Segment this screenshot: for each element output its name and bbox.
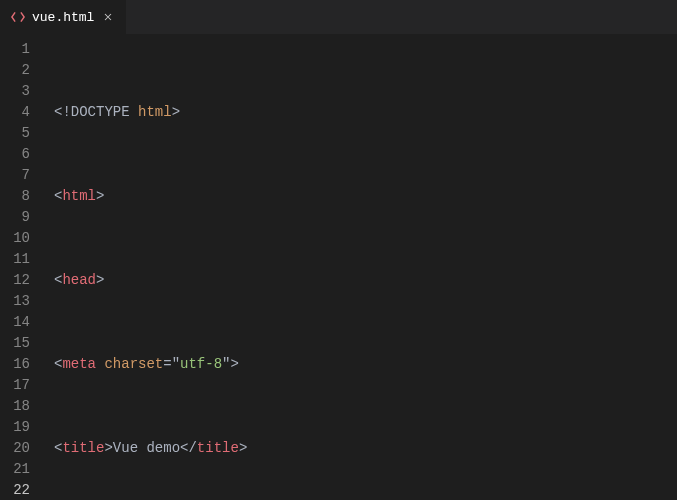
editor[interactable]: 1 2 3 4 5 6 7 8 9 10 11 12 13 14 15 16 1… <box>0 35 677 500</box>
tab-vue-html[interactable]: vue.html <box>0 0 126 34</box>
line-number: 8 <box>0 186 30 207</box>
line-number: 10 <box>0 228 30 249</box>
line-number: 17 <box>0 375 30 396</box>
line-number: 12 <box>0 270 30 291</box>
line-number: 18 <box>0 396 30 417</box>
line-number: 15 <box>0 333 30 354</box>
line-number: 9 <box>0 207 30 228</box>
line-number: 11 <box>0 249 30 270</box>
tab-filename: vue.html <box>32 10 94 25</box>
line-number: 19 <box>0 417 30 438</box>
code-line[interactable]: <head> <box>54 270 677 291</box>
code-file-icon <box>10 9 26 25</box>
code-line[interactable]: <meta charset="utf-8"> <box>54 354 677 375</box>
line-number: 20 <box>0 438 30 459</box>
line-number: 14 <box>0 312 30 333</box>
line-number: 7 <box>0 165 30 186</box>
line-number: 22 <box>0 480 30 500</box>
code-line[interactable]: <title>Vue demo</title> <box>54 438 677 459</box>
line-number: 3 <box>0 81 30 102</box>
line-number: 13 <box>0 291 30 312</box>
code-area[interactable]: <!DOCTYPE html> <html> <head> <meta char… <box>48 39 677 500</box>
line-number: 1 <box>0 39 30 60</box>
tab-bar: vue.html <box>0 0 677 35</box>
line-number: 2 <box>0 60 30 81</box>
code-line[interactable]: <html> <box>54 186 677 207</box>
line-number: 5 <box>0 123 30 144</box>
code-line[interactable]: <!DOCTYPE html> <box>54 102 677 123</box>
line-number: 21 <box>0 459 30 480</box>
line-number-gutter: 1 2 3 4 5 6 7 8 9 10 11 12 13 14 15 16 1… <box>0 39 48 500</box>
line-number: 16 <box>0 354 30 375</box>
close-icon[interactable] <box>100 9 116 25</box>
line-number: 4 <box>0 102 30 123</box>
line-number: 6 <box>0 144 30 165</box>
